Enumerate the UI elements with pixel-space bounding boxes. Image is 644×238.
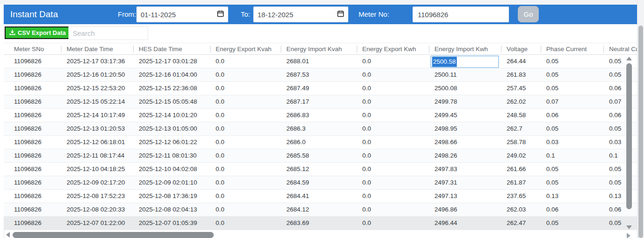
- table-row[interactable]: 110968262025-12-08 17:52:232025-12-08 17…: [4, 190, 638, 203]
- cell: 2025-12-11 08:01:30: [133, 149, 210, 162]
- cell: 2025-12-09 02:01:10: [133, 176, 210, 189]
- cell: 2025-12-15 22:53:20: [61, 82, 133, 95]
- scroll-up-arrow-icon[interactable]: [626, 57, 632, 60]
- cell: 0.05: [603, 68, 638, 81]
- cell: 258.78: [501, 136, 541, 149]
- cell: 2500.08: [429, 82, 501, 95]
- cell: 0.0: [210, 68, 281, 81]
- table-row[interactable]: 110968262025-12-17 03:17:362025-12-17 03…: [4, 55, 638, 68]
- download-icon: [9, 29, 15, 37]
- cell: 2499.45: [429, 109, 501, 122]
- cell: 0.13: [541, 190, 603, 203]
- column-header-hes-date-time[interactable]: HES Date Time: [133, 43, 210, 54]
- scroll-left-arrow-icon[interactable]: [6, 232, 10, 238]
- cell: 2025-12-07 01:22:00: [61, 217, 133, 230]
- table-row[interactable]: 110968262025-12-09 02:17:202025-12-09 02…: [4, 176, 638, 190]
- cell: 2025-12-14 10:01:20: [133, 109, 210, 122]
- calendar-icon[interactable]: [337, 10, 344, 19]
- table-body: 110968262025-12-17 03:17:362025-12-17 03…: [4, 55, 638, 230]
- cell: 0.05: [541, 82, 603, 95]
- cell: 2686.3: [281, 122, 357, 135]
- cell: 11096826: [4, 109, 61, 122]
- cell: 0.0: [210, 190, 281, 203]
- cell: 11096826: [4, 136, 61, 149]
- cell: 0.0: [357, 95, 429, 108]
- cell: 0.0: [357, 190, 429, 203]
- cell: 0.0: [357, 55, 429, 68]
- cell: 262.47: [501, 217, 541, 230]
- cell: 0.05: [603, 55, 638, 68]
- column-header-meter-date-time[interactable]: Meter Date Time: [61, 43, 133, 54]
- table-row[interactable]: 110968262025-12-08 02:20:332025-12-08 02…: [4, 203, 638, 217]
- toolbar: CSV Export Data: [4, 24, 638, 43]
- cell: 2025-12-10 04:18:25: [61, 163, 133, 176]
- cell: 0.0: [210, 163, 281, 176]
- cell: 2688.01: [281, 55, 357, 68]
- column-header-phase-current[interactable]: Phase Current: [541, 43, 603, 54]
- scroll-right-arrow-icon[interactable]: [627, 233, 630, 238]
- cell: 0.0: [210, 95, 281, 108]
- cell: 2687.53: [281, 68, 357, 81]
- column-header-energy-import-kvah[interactable]: Energy Import Kvah: [281, 43, 357, 54]
- cell: 0.0: [210, 217, 281, 230]
- cell: 0.05: [541, 68, 603, 81]
- cell: 2025-12-13 01:05:00: [133, 122, 210, 135]
- column-header-neutral-current[interactable]: Neutral Current: [603, 43, 638, 54]
- cell-edit-input[interactable]: 2500.58: [431, 56, 499, 68]
- table-row[interactable]: 110968262025-12-15 22:53:202025-12-15 22…: [4, 82, 638, 95]
- cell: 11096826: [4, 190, 61, 203]
- cell: 2500.11: [429, 68, 501, 81]
- cell: 261.66: [501, 163, 541, 176]
- cell: 2497.31: [429, 176, 501, 189]
- meter-no-input[interactable]: [413, 7, 509, 22]
- vertical-scrollbar-thumb[interactable]: [626, 63, 632, 209]
- horizontal-scrollbar-thumb[interactable]: [13, 232, 214, 238]
- cell: 2025-12-12 06:01:22: [133, 136, 210, 149]
- scroll-down-arrow-icon[interactable]: [626, 225, 632, 229]
- from-date-input[interactable]: 01-11-2025: [136, 7, 228, 22]
- table-row[interactable]: 110968262025-12-13 01:20:532025-12-13 01…: [4, 122, 638, 136]
- table-row[interactable]: 110968262025-12-15 05:22:142025-12-15 05…: [4, 95, 638, 109]
- cell: 2025-12-15 05:22:14: [61, 95, 133, 108]
- to-date-input[interactable]: 18-12-2025: [253, 7, 348, 22]
- cell: 11096826: [4, 82, 61, 95]
- cell: 0.0: [210, 176, 281, 189]
- cell: 0.05: [603, 217, 638, 230]
- table-row[interactable]: 110968262025-12-07 01:22:002025-12-07 01…: [4, 217, 638, 230]
- cell: 2025-12-17 03:01:28: [133, 55, 210, 68]
- table-row[interactable]: 110968262025-12-16 01:20:502025-12-16 01…: [4, 68, 638, 82]
- window-scrollbar-thumb[interactable]: [638, 26, 643, 238]
- cell: 2685.12: [281, 163, 357, 176]
- cell: 237.65: [501, 190, 541, 203]
- column-header-energy-export-kwh[interactable]: Energy Export Kwh: [357, 43, 429, 54]
- table-row[interactable]: 110968262025-12-11 08:17:442025-12-11 08…: [4, 149, 638, 163]
- cell: 0.0: [357, 68, 429, 81]
- cell: 11096826: [4, 95, 61, 108]
- cell: 0.0: [357, 176, 429, 189]
- cell: 261.87: [501, 176, 541, 189]
- column-header-meter-sno[interactable]: Meter SNo: [4, 43, 61, 54]
- cell: 2025-12-14 10:17:49: [61, 109, 133, 122]
- cell: 11096826: [4, 163, 61, 176]
- cell: 0.05: [541, 163, 603, 176]
- cell: 0.0: [357, 217, 429, 230]
- column-header-voltage[interactable]: Voltage: [501, 43, 541, 54]
- window-top-strip: [0, 0, 644, 5]
- column-header-energy-export-kvah[interactable]: Energy Export Kvah: [210, 43, 281, 54]
- cell: 2025-12-08 17:36:19: [133, 190, 210, 203]
- search-input[interactable]: [68, 26, 148, 40]
- column-header-energy-import-kwh[interactable]: Energy Import Kwh: [429, 43, 501, 54]
- table-row[interactable]: 110968262025-12-12 06:18:012025-12-12 06…: [4, 136, 638, 149]
- table-row[interactable]: 110968262025-12-14 10:17:492025-12-14 10…: [4, 109, 638, 122]
- go-button[interactable]: Go: [518, 6, 539, 22]
- cell: 2025-12-16 01:04:00: [133, 68, 210, 81]
- cell: 2025-12-16 01:20:50: [61, 68, 133, 81]
- cell: 0.07: [603, 95, 638, 108]
- cell: 2500.58: [429, 55, 501, 68]
- calendar-icon[interactable]: [217, 10, 224, 19]
- meter-no-label: Meter No:: [359, 5, 389, 24]
- csv-export-button[interactable]: CSV Export Data: [5, 26, 70, 39]
- cell: 11096826: [4, 217, 61, 230]
- table-row[interactable]: 110968262025-12-10 04:18:252025-12-10 04…: [4, 163, 638, 176]
- cell: 0.06: [541, 109, 603, 122]
